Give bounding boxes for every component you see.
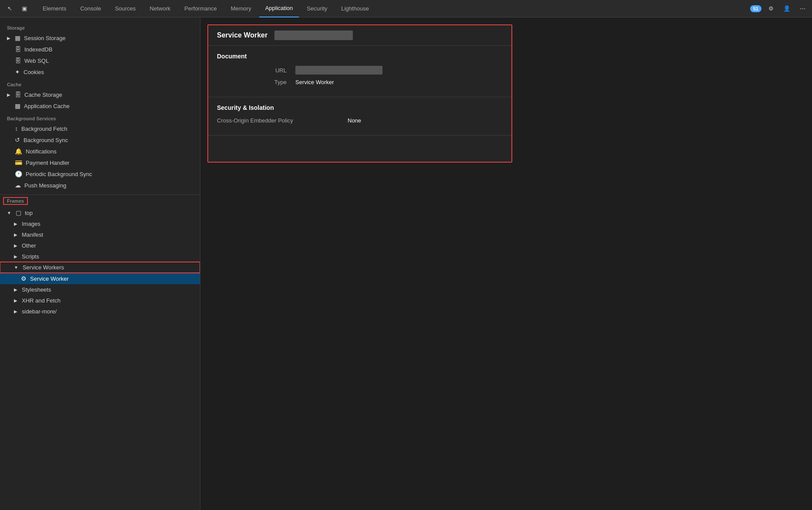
expand-arrow-icon: ▶ [14, 243, 17, 248]
sidebar-item-other[interactable]: ▶ Other [0, 240, 200, 251]
sw-type-value: Service Worker [295, 79, 334, 85]
sidebar-item-label: Notifications [26, 148, 57, 155]
sidebar-item-push-messaging[interactable]: ☁ Push Messaging [0, 180, 200, 191]
session-storage-icon: ▦ [15, 34, 20, 41]
sidebar-item-more[interactable]: ▶ sidebar-more/ [0, 306, 200, 317]
cache-section-header: Cache [0, 78, 200, 89]
sidebar-item-indexeddb[interactable]: 🗄 IndexedDB [0, 44, 200, 55]
sw-url-value-bar [295, 66, 382, 75]
sidebar-item-app-cache[interactable]: ▦ Application Cache [0, 100, 200, 112]
storage-section-header: Storage [0, 21, 200, 32]
tab-bar: ↖ ▣ Elements Console Sources Network Per… [0, 0, 812, 17]
sidebar-item-cookies[interactable]: ✦ Cookies [0, 66, 200, 78]
sw-coep-value: None [348, 117, 361, 124]
sidebar-item-label: top [25, 210, 33, 216]
sw-type-row: Type Service Worker [217, 79, 503, 85]
sidebar-item-service-workers[interactable]: ▼ Service Workers [0, 262, 200, 273]
sidebar-item-cache-storage[interactable]: ▶ 🗄 Cache Storage [0, 89, 200, 100]
expand-arrow-icon: ▶ [7, 92, 10, 97]
sidebar-item-bg-fetch[interactable]: ↕ Background Fetch [0, 123, 200, 134]
cookies-icon: ✦ [15, 68, 20, 75]
cache-storage-icon: 🗄 [15, 91, 21, 98]
sidebar-item-manifest[interactable]: ▶ Manifest [0, 229, 200, 240]
cursor-icon[interactable]: ↖ [3, 3, 16, 15]
tab-application[interactable]: Application [259, 0, 299, 17]
main-layout: Storage ▶ ▦ Session Storage 🗄 IndexedDB … [0, 17, 812, 510]
sidebar-item-label: XHR and Fetch [22, 297, 61, 304]
sidebar-item-label: Scripts [22, 253, 39, 260]
toolbar-icons: ↖ ▣ [3, 3, 30, 15]
content-panel: Service Worker Document URL Type Service… [200, 17, 812, 510]
sw-empty-section [208, 136, 511, 162]
sidebar-item-payment-handler[interactable]: 💳 Payment Handler [0, 157, 200, 168]
sidebar-item-notifications[interactable]: 🔔 Notifications [0, 146, 200, 157]
sidebar-item-label: Application Cache [24, 103, 70, 109]
sw-document-section: Document URL Type Service Worker [208, 46, 511, 97]
more-icon[interactable]: ⋯ [796, 3, 809, 15]
notifications-icon: 🔔 [15, 148, 22, 155]
sidebar: Storage ▶ ▦ Session Storage 🗄 IndexedDB … [0, 17, 200, 510]
tab-network[interactable]: Network [144, 0, 177, 17]
bg-section-header: Background Services [0, 112, 200, 123]
tab-lighthouse[interactable]: Lighthouse [335, 0, 375, 17]
sidebar-item-label: Web SQL [24, 58, 49, 64]
expand-arrow-icon: ▶ [14, 287, 17, 292]
indexeddb-icon: 🗄 [15, 46, 21, 53]
sidebar-item-label: Cache Storage [24, 92, 62, 98]
expand-arrow-icon: ▶ [14, 221, 17, 226]
periodic-bg-sync-icon: 🕐 [15, 170, 22, 177]
sidebar-item-xhr[interactable]: ▶ XHR and Fetch [0, 295, 200, 306]
top-frame-icon: ▢ [16, 209, 21, 216]
tab-elements[interactable]: Elements [37, 0, 72, 17]
sidebar-item-stylesheets[interactable]: ▶ Stylesheets [0, 284, 200, 295]
sidebar-item-label: Cookies [24, 69, 44, 75]
sidebar-item-service-worker-entry[interactable]: ⚙ Service Worker [0, 273, 200, 284]
expand-arrow-icon: ▶ [7, 36, 10, 41]
payment-handler-icon: 💳 [15, 159, 22, 166]
sw-panel-title: Service Worker [217, 31, 267, 39]
sidebar-item-label: sidebar-more/ [22, 308, 57, 315]
service-worker-entry-icon: ⚙ [21, 275, 27, 282]
sw-security-title: Security & Isolation [217, 104, 503, 111]
sidebar-item-bg-sync[interactable]: ↺ Background Sync [0, 134, 200, 146]
app-cache-icon: ▦ [15, 102, 20, 109]
sidebar-item-label: Payment Handler [26, 160, 69, 166]
sw-header-url-bar [274, 31, 353, 40]
sidebar-item-label: Session Storage [24, 35, 65, 41]
sidebar-item-scripts[interactable]: ▶ Scripts [0, 251, 200, 262]
bg-fetch-icon: ↕ [15, 125, 18, 132]
tab-security[interactable]: Security [301, 0, 333, 17]
notification-badge: 51 [750, 5, 761, 12]
tab-sources[interactable]: Sources [109, 0, 142, 17]
tab-bar-right: 51 ⚙ 👤 ⋯ [750, 3, 809, 15]
sidebar-item-periodic-bg-sync[interactable]: 🕐 Periodic Background Sync [0, 168, 200, 180]
sidebar-item-top[interactable]: ▼ ▢ top [0, 207, 200, 218]
expand-arrow-icon: ▶ [14, 232, 17, 237]
websql-icon: 🗄 [15, 57, 21, 64]
tab-memory[interactable]: Memory [225, 0, 257, 17]
sidebar-item-label: Stylesheets [22, 286, 51, 293]
person-icon[interactable]: 👤 [781, 3, 793, 15]
sidebar-item-label: Images [22, 221, 41, 227]
sw-document-title: Document [217, 53, 503, 60]
sw-type-label: Type [217, 79, 287, 85]
sidebar-item-session-storage[interactable]: ▶ ▦ Session Storage [0, 32, 200, 44]
sidebar-item-label: Push Messaging [24, 182, 66, 189]
sidebar-item-websql[interactable]: 🗄 Web SQL [0, 55, 200, 66]
tab-console[interactable]: Console [74, 0, 107, 17]
sidebar-item-label: Other [22, 242, 36, 249]
sidebar-item-label: Service Worker [30, 275, 69, 282]
settings-icon[interactable]: ⚙ [765, 3, 777, 15]
expand-arrow-icon: ▶ [14, 298, 17, 303]
sidebar-item-images[interactable]: ▶ Images [0, 218, 200, 229]
sidebar-item-label: Service Workers [23, 264, 64, 271]
expand-arrow-icon: ▶ [14, 309, 17, 314]
sidebar-item-label: IndexedDB [24, 46, 52, 53]
sidebar-item-label: Background Sync [24, 137, 68, 143]
expand-arrow-icon: ▼ [7, 211, 11, 215]
device-icon[interactable]: ▣ [18, 3, 30, 15]
push-messaging-icon: ☁ [15, 182, 21, 189]
sw-coep-row: Cross-Origin Embedder Policy None [217, 117, 503, 124]
tab-performance[interactable]: Performance [178, 0, 223, 17]
sw-panel-header: Service Worker [208, 25, 511, 46]
